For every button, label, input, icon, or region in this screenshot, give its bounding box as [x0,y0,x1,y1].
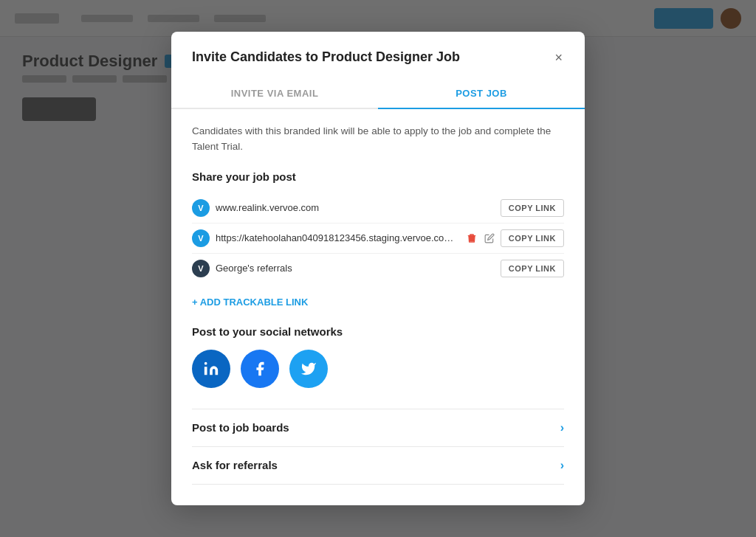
link-row: V George's referrals COPY LINK [192,254,564,283]
svg-point-1 [205,362,207,365]
link-row: V https://katehoolahan040918123456.stagi… [192,224,564,254]
edit-link-button-2[interactable] [483,232,496,245]
modal-close-button[interactable]: × [553,49,564,66]
vervoe-icon-2: V [192,229,210,247]
vervoe-icon-1: V [192,199,210,217]
delete-link-button-2[interactable] [465,232,478,245]
link-actions-3: COPY LINK [501,260,564,277]
copy-link-button-1[interactable]: COPY LINK [501,199,564,217]
link-actions-2: COPY LINK [465,229,564,247]
modal-backdrop: Invite Candidates to Product Designer Jo… [0,0,756,537]
vervoe-icon-3: V [192,260,210,277]
job-boards-title: Post to job boards [192,421,556,434]
tab-invite-via-email[interactable]: INVITE VIA EMAIL [171,79,378,109]
link-url-3: George's referrals [216,263,495,274]
modal-title: Invite Candidates to Product Designer Jo… [192,49,460,65]
referrals-chevron: › [560,459,564,472]
social-icons [192,350,564,388]
link-url-2: https://katehoolahan040918123456.staging… [216,232,459,243]
job-boards-chevron: › [560,421,564,434]
modal-tabs: INVITE VIA EMAIL POST JOB [171,79,585,109]
social-section-title: Post to your social networks [192,325,564,338]
link-list: V www.realink.vervoe.com COPY LINK V htt… [192,193,564,283]
link-url-1: www.realink.vervoe.com [216,202,495,213]
share-section-title: Share your job post [192,170,564,183]
link-row: V www.realink.vervoe.com COPY LINK [192,193,564,224]
modal-body: Candidates with this branded link will b… [171,109,585,505]
link-actions-1: COPY LINK [501,199,564,217]
job-boards-section[interactable]: Post to job boards › [192,409,564,446]
referrals-section[interactable]: Ask for referrals › [192,446,564,485]
referrals-title: Ask for referrals [192,459,556,471]
copy-link-button-2[interactable]: COPY LINK [501,229,564,247]
add-trackable-link-button[interactable]: + ADD TRACKABLE LINK [192,297,308,308]
modal-description: Candidates with this branded link will b… [192,124,564,154]
linkedin-button[interactable] [192,350,230,388]
tab-post-job[interactable]: POST JOB [378,79,585,109]
twitter-button[interactable] [289,350,328,388]
facebook-button[interactable] [241,350,279,388]
invite-modal: Invite Candidates to Product Designer Jo… [171,32,585,505]
copy-link-button-3[interactable]: COPY LINK [501,260,564,277]
modal-header: Invite Candidates to Product Designer Jo… [171,32,585,66]
